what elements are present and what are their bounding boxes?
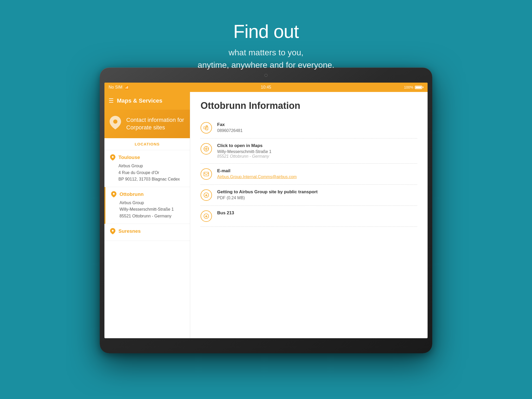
- toulouse-pin-icon: [110, 154, 116, 161]
- tablet-screen: No SIM 📶 10:45 100%: [104, 83, 428, 338]
- camera: [264, 74, 268, 77]
- email-value[interactable]: Airbus.Group.Internal.Comms@airbus.com: [217, 175, 417, 179]
- bus-info: Bus 213: [217, 210, 417, 217]
- tablet-shell: No SIM 📶 10:45 100%: [100, 68, 432, 353]
- pdf-label: Getting to Airbus Group site by public t…: [217, 189, 417, 195]
- battery-icon: [415, 86, 423, 89]
- no-sim-label: No SIM: [109, 85, 122, 90]
- app-content: ☰ Maps & Services Contact information fo…: [104, 92, 428, 338]
- pdf-info: Getting to Airbus Group site by public t…: [217, 189, 417, 200]
- sidebar-banner-text: Contact information for Corporate sites: [126, 116, 185, 131]
- toulouse-address: Airbus Group 4 Rue du Groupe d'Or BP 901…: [110, 163, 185, 183]
- svg-point-3: [205, 148, 207, 150]
- tablet-device: No SIM 📶 10:45 100%: [100, 68, 432, 353]
- fax-icon: [201, 122, 212, 134]
- svg-rect-1: [206, 126, 208, 127]
- location-suresnes[interactable]: Suresnes: [104, 224, 190, 241]
- location-toulouse[interactable]: Toulouse Airbus Group 4 Rue du Groupe d'…: [104, 150, 190, 187]
- bus-icon: [201, 210, 212, 222]
- status-time: 10:45: [261, 85, 271, 90]
- battery-percent: 100%: [404, 85, 413, 89]
- email-info: E-mail Airbus.Group.Internal.Comms@airbu…: [217, 168, 417, 179]
- fax-info: Fax 08960726481: [217, 122, 417, 133]
- suresnes-name: Suresnes: [118, 228, 141, 234]
- status-bar: No SIM 📶 10:45 100%: [104, 83, 428, 92]
- maps-value: Willy-Messerschmitt-Straße 1: [217, 149, 417, 154]
- location-ottobrunn[interactable]: Ottobrunn Airbus Group Willy-Messerschmi…: [104, 187, 190, 224]
- pdf-row[interactable]: Getting to Airbus Group site by public t…: [201, 185, 417, 206]
- fax-value: 08960726481: [217, 128, 417, 133]
- wifi-icon: 📶: [124, 85, 129, 89]
- sidebar-header: ☰ Maps & Services: [104, 92, 190, 110]
- header-section: Find out what matters to you, anytime, a…: [0, 21, 532, 71]
- sidebar-banner[interactable]: Contact information for Corporate sites: [104, 110, 190, 138]
- bus-label: Bus 213: [217, 210, 417, 216]
- fax-label: Fax: [217, 122, 417, 127]
- ottobrunn-address: Airbus Group Willy-Messerschmitt-Straße …: [111, 200, 185, 220]
- maps-label: Click to open in Maps: [217, 143, 417, 148]
- pdf-value: PDF (0.24 MB): [217, 196, 417, 200]
- sidebar-title: Maps & Services: [117, 97, 162, 104]
- email-row[interactable]: E-mail Airbus.Group.Internal.Comms@airbu…: [201, 164, 417, 185]
- status-right: 100%: [404, 85, 423, 89]
- svg-rect-0: [205, 127, 208, 130]
- page-subtitle: what matters to you, anytime, anywhere a…: [0, 46, 532, 71]
- svg-rect-8: [204, 172, 209, 176]
- email-icon: [201, 168, 212, 180]
- sidebar: ☰ Maps & Services Contact information fo…: [104, 92, 190, 338]
- status-left: No SIM 📶: [109, 85, 129, 90]
- email-label: E-mail: [217, 168, 417, 174]
- page-title: Find out: [0, 21, 532, 42]
- suresnes-pin-icon: [110, 228, 116, 234]
- ottobrunn-name: Ottobrunn: [119, 191, 144, 197]
- location-pin-large-icon: [110, 116, 121, 132]
- toulouse-name: Toulouse: [118, 155, 140, 160]
- maps-row[interactable]: Click to open in Maps Willy-Messerschmit…: [201, 138, 417, 164]
- main-title: Ottobrunn Information: [201, 100, 417, 111]
- maps-icon: [201, 143, 212, 155]
- maps-value-sub: 85521 Ottobrunn - Germany: [217, 154, 417, 159]
- ottobrunn-pin-icon: [111, 191, 117, 197]
- bus-row[interactable]: Bus 213: [201, 206, 417, 227]
- download-icon: [201, 189, 212, 201]
- hamburger-icon[interactable]: ☰: [109, 97, 114, 104]
- fax-row: Fax 08960726481: [201, 117, 417, 138]
- main-content: Ottobrunn Information: [190, 92, 428, 338]
- locations-label: LOCATIONS: [104, 138, 190, 150]
- maps-info: Click to open in Maps Willy-Messerschmit…: [217, 143, 417, 159]
